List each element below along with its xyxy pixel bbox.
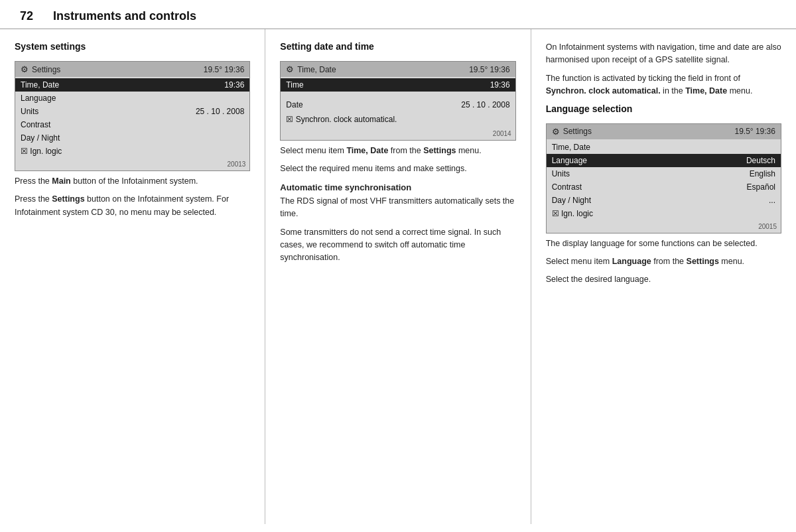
screen-header-left-3: ⚙ Settings xyxy=(552,127,592,137)
para-press-main: Press the Main button of the Infotainmen… xyxy=(15,175,250,188)
row-label-date: Date xyxy=(286,100,302,109)
row3-value-english: English xyxy=(750,169,775,178)
settings-icon-3: ⚙ xyxy=(552,127,560,137)
screen-label-3: Settings xyxy=(563,127,592,136)
screen-row-time-date: Time, Date 19:36 xyxy=(15,78,249,92)
bold-settings-3: Settings xyxy=(687,257,719,266)
screen-status-3: 19.5° 19:36 xyxy=(734,127,775,136)
screen-label-2: Time, Date xyxy=(297,65,336,74)
row-label-time: Time xyxy=(286,80,303,90)
screen-row-day-night: Day / Night xyxy=(15,131,249,145)
screen-row-time: Time 19:36 xyxy=(281,78,515,92)
screen-status-2: 19.5° 19:36 xyxy=(469,65,510,74)
screen-row-3-units: Units English xyxy=(547,167,781,180)
screen-row-contrast: Contrast xyxy=(15,118,249,131)
row-label-language: Language xyxy=(21,94,56,103)
row-value-time: 19:36 xyxy=(490,80,510,90)
screen-row-3-time-date: Time, Date xyxy=(547,141,781,154)
row-label-contrast: Contrast xyxy=(21,120,50,129)
screen-mock-1: ⚙ Settings 19.5° 19:36 Time, Date 19:36 … xyxy=(15,61,250,171)
row3-label-time-date: Time, Date xyxy=(552,143,590,152)
screen-row-3-ign-logic: ☒ Ign. logic xyxy=(547,207,781,220)
row-value-date: 25 . 10 . 2008 xyxy=(461,100,509,109)
bold-settings-2: Settings xyxy=(423,146,456,155)
para-select-required: Select the required menu items and make … xyxy=(280,163,515,175)
bold-time-date: Time, Date xyxy=(346,146,388,155)
row-label-units: Units xyxy=(21,107,38,116)
bold-time-date-3: Time, Date xyxy=(685,86,727,96)
screen-row-synchro: ☒ Synchron. clock automatical. xyxy=(281,111,515,127)
para-display-language: The display language for some functions … xyxy=(546,237,781,250)
screen-row-3-contrast: Contrast Español xyxy=(547,180,781,194)
para-desired-language: Select the desired language. xyxy=(546,273,781,286)
screen-mock-2: ⚙ Time, Date 19.5° 19:36 Time 19:36 Date… xyxy=(280,61,515,141)
content-area: System settings ⚙ Settings 19.5° 19:36 T… xyxy=(0,29,796,524)
row-label-day-night: Day / Night xyxy=(21,133,60,143)
section-title-date-time: Setting date and time xyxy=(280,41,515,52)
page-header: 72 Instruments and controls xyxy=(0,0,796,29)
para-press-settings: Press the Settings button on the Infotai… xyxy=(15,193,250,219)
subsection-auto-sync: Automatic time synchronisation xyxy=(280,182,515,192)
screen-row-language: Language xyxy=(15,92,249,105)
row-value-time-date: 19:36 xyxy=(224,80,244,90)
bold-main: Main xyxy=(52,176,70,186)
section-title-system-settings: System settings xyxy=(15,41,250,52)
screen-mock-3: ⚙ Settings 19.5° 19:36 Time, Date Langua… xyxy=(546,123,781,233)
para-select-time-date: Select menu item Time, Date from the Set… xyxy=(280,145,515,157)
row3-label-contrast: Contrast xyxy=(552,182,582,192)
screen-code-2: 20014 xyxy=(281,129,515,140)
para-infotainment-gps: On Infotainment systems with navigation,… xyxy=(546,41,781,67)
screen-header-3: ⚙ Settings 19.5° 19:36 xyxy=(547,124,781,139)
row3-label-units: Units xyxy=(552,169,570,178)
row3-label-language: Language xyxy=(552,156,587,165)
column-language: On Infotainment systems with navigation,… xyxy=(531,29,796,524)
screen-body-1: Time, Date 19:36 Language Units 25 . 10 … xyxy=(15,77,249,159)
para-rds-signal: The RDS signal of most VHF transmitters … xyxy=(280,195,515,221)
row-label-synchro: ☒ Synchron. clock automatical. xyxy=(286,115,397,124)
para-some-transmitters: Some transmitters do not send a correct … xyxy=(280,226,515,265)
settings-icon-1: ⚙ xyxy=(21,64,29,74)
settings-icon-2: ⚙ xyxy=(286,64,294,74)
row3-value-espanol: Español xyxy=(747,182,775,192)
bold-settings-1: Settings xyxy=(52,194,84,204)
screen-status-1: 19.5° 19:36 xyxy=(204,65,245,74)
row3-value-deutsch: Deutsch xyxy=(746,156,775,165)
screen-row-3-day-night: Day / Night ... xyxy=(547,194,781,207)
screen-row-3-language: Language Deutsch xyxy=(547,154,781,167)
column-date-time: Setting date and time ⚙ Time, Date 19.5°… xyxy=(265,29,531,524)
para-function-activated: The function is activated by ticking the… xyxy=(546,72,781,98)
bold-synchron: Synchron. clock automatical. xyxy=(546,86,661,96)
screen-header-left-1: ⚙ Settings xyxy=(21,64,60,74)
section-title-language: Language selection xyxy=(546,103,781,114)
para-select-language: Select menu item Language from the Setti… xyxy=(546,255,781,268)
screen-row-spacer xyxy=(281,92,515,98)
screen-body-2: Time 19:36 Date 25 . 10 . 2008 ☒ Synchro… xyxy=(281,77,515,129)
screen-code-3: 20015 xyxy=(547,222,781,233)
page-number: 72 xyxy=(20,9,33,23)
page-title: Instruments and controls xyxy=(53,9,196,23)
screen-header-left-2: ⚙ Time, Date xyxy=(286,64,336,74)
screen-header-1: ⚙ Settings 19.5° 19:36 xyxy=(15,62,249,77)
screen-row-units: Units 25 . 10 . 2008 xyxy=(15,105,249,118)
row3-value-dots: ... xyxy=(769,196,775,205)
row-label-ign-logic: ☒ Ign. logic xyxy=(21,147,62,156)
column-system-settings: System settings ⚙ Settings 19.5° 19:36 T… xyxy=(0,29,265,524)
screen-code-1: 20013 xyxy=(15,159,249,170)
bold-language: Language xyxy=(612,257,651,266)
row3-label-ign-logic: ☒ Ign. logic xyxy=(552,209,593,218)
row-value-units: 25 . 10 . 2008 xyxy=(196,107,244,116)
screen-body-3: Time, Date Language Deutsch Units Englis… xyxy=(547,139,781,222)
screen-row-ign-logic: ☒ Ign. logic xyxy=(15,145,249,158)
row3-label-day-night: Day / Night xyxy=(552,196,591,205)
screen-row-date: Date 25 . 10 . 2008 xyxy=(281,98,515,111)
row-label-time-date: Time, Date xyxy=(21,80,59,90)
screen-header-2: ⚙ Time, Date 19.5° 19:36 xyxy=(281,62,515,77)
screen-label-1: Settings xyxy=(32,65,60,74)
